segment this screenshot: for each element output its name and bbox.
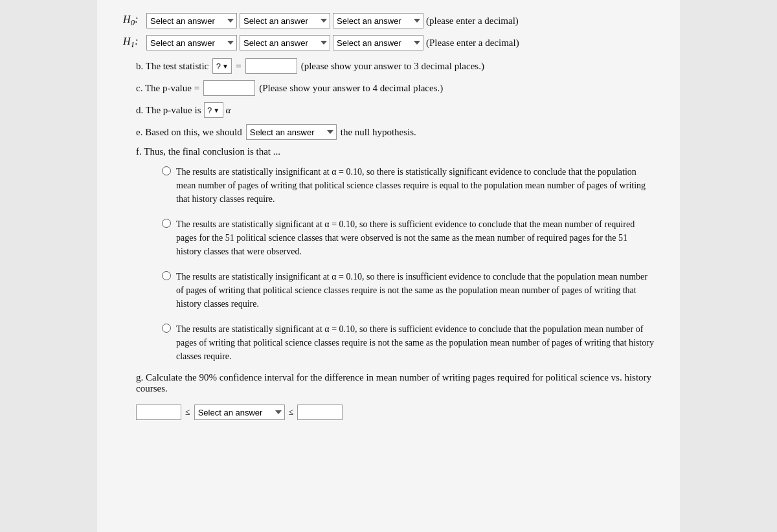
bottom-row: ≤ Select an answer μ₁ - μ₂ p₁ - p₂ μ_d ≤ [136,405,654,420]
page-wrapper: H0: Select an answer μpσ Select an answe… [97,0,680,532]
e-dropdown[interactable]: Select an answer reject fail to reject a… [246,124,337,140]
b-equals: = [236,61,241,72]
d-question-dropdown[interactable]: ? ▼ [204,102,223,118]
e-label: e. Based on this, we should [136,127,242,138]
section-c: c. The p-value = (Please show your answe… [123,80,654,96]
leq-left-symbol: ≤ [185,407,190,417]
b-question-dropdown[interactable]: ? ▼ [212,58,232,74]
h0-label: H0: [123,14,141,28]
radio-option-1[interactable]: The results are statistically insignific… [136,161,654,210]
c-input[interactable] [203,80,255,96]
radio-option-4[interactable]: The results are statistically significan… [136,318,654,367]
h1-decimal-hint: (Please enter a decimal) [426,38,519,49]
h0-row: H0: Select an answer μpσ Select an answe… [123,13,654,28]
section-g: g. Calculate the 90% confidence interval… [123,372,654,394]
h1-dropdown-2[interactable]: Select an answer =≠<>≤≥ [240,35,330,50]
g-label: g. Calculate the 90% confidence interval… [136,372,651,393]
b-label: b. The test statistic [136,61,208,72]
h1-dropdown-1[interactable]: Select an answer μpσ [146,35,237,50]
bottom-section: ≤ Select an answer μ₁ - μ₂ p₁ - p₂ μ_d ≤ [123,405,654,420]
radio-circle-4[interactable] [162,324,171,333]
section-f: f. Thus, the final conclusion is that ..… [123,146,654,367]
b-input[interactable] [245,58,297,74]
h0-dropdown-3[interactable]: Select an answer =≠<>≤≥ [333,13,423,28]
section-b: b. The test statistic ? ▼ = (please show… [123,58,654,74]
radio-text-3: The results are statistically insignific… [176,270,654,311]
h0-dropdown-2[interactable]: Select an answer =≠<>≤≥ [240,13,330,28]
b-hint: (please show your answer to 3 decimal pl… [301,61,484,72]
h1-row: H1: Select an answer μpσ Select an answe… [123,35,654,50]
h1-label: H1: [123,36,141,50]
radio-circle-2[interactable] [162,219,171,228]
e-suffix: the null hypothesis. [341,127,416,138]
d-alpha: α [226,105,231,116]
c-label: c. The p-value = [136,83,199,94]
upper-bound-input[interactable] [297,405,343,420]
h1-dropdown-3[interactable]: Select an answer =≠<>≤≥ [333,35,423,50]
radio-option-3[interactable]: The results are statistically insignific… [136,266,654,315]
radio-option-2[interactable]: The results are statistically significan… [136,214,654,262]
radio-text-4: The results are statistically significan… [176,322,654,363]
h0-dropdown-1[interactable]: Select an answer μpσ [146,13,237,28]
d-label: d. The p-value is [136,105,201,116]
lower-bound-input[interactable] [136,405,181,420]
c-hint: (Please show your answer to 4 decimal pl… [259,83,443,94]
leq-right-symbol: ≤ [289,407,294,417]
section-e: e. Based on this, we should Select an an… [123,124,654,140]
h0-decimal-hint: (please enter a decimal) [426,16,519,27]
f-title: f. Thus, the final conclusion is that ..… [136,146,654,157]
section-d: d. The p-value is ? ▼ α [123,102,654,118]
radio-text-2: The results are statistically significan… [176,217,654,258]
radio-circle-3[interactable] [162,271,171,280]
bottom-dropdown[interactable]: Select an answer μ₁ - μ₂ p₁ - p₂ μ_d [194,405,285,420]
radio-circle-1[interactable] [162,166,171,175]
radio-text-1: The results are statistically insignific… [176,165,654,206]
